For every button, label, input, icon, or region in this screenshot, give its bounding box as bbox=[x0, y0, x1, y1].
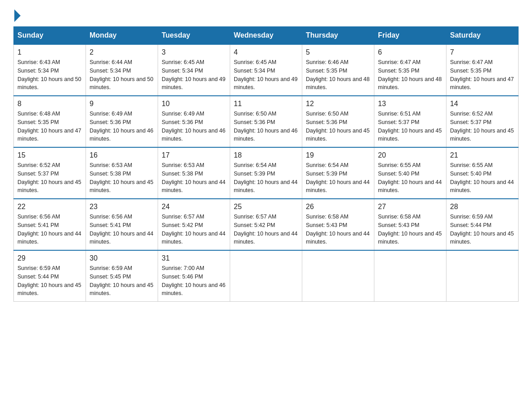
day-number: 21 bbox=[450, 151, 515, 159]
calendar-day-cell bbox=[374, 250, 446, 302]
page-header bbox=[13, 9, 519, 22]
calendar-day-cell: 30 Sunrise: 6:59 AM Sunset: 5:45 PM Dayl… bbox=[86, 250, 158, 302]
calendar-header-row: SundayMondayTuesdayWednesdayThursdayFrid… bbox=[14, 27, 519, 45]
calendar-day-cell: 21 Sunrise: 6:55 AM Sunset: 5:40 PM Dayl… bbox=[446, 147, 519, 199]
col-header-saturday: Saturday bbox=[446, 27, 519, 45]
calendar-day-cell bbox=[302, 250, 374, 302]
day-info: Sunrise: 6:56 AM Sunset: 5:41 PM Dayligh… bbox=[17, 213, 82, 246]
logo bbox=[13, 9, 21, 22]
calendar-day-cell: 1 Sunrise: 6:43 AM Sunset: 5:34 PM Dayli… bbox=[14, 44, 86, 96]
calendar-day-cell: 28 Sunrise: 6:59 AM Sunset: 5:44 PM Dayl… bbox=[446, 199, 519, 250]
day-info: Sunrise: 6:51 AM Sunset: 5:37 PM Dayligh… bbox=[378, 110, 442, 143]
calendar-day-cell: 10 Sunrise: 6:49 AM Sunset: 5:36 PM Dayl… bbox=[158, 96, 230, 147]
day-number: 8 bbox=[17, 100, 82, 108]
calendar-day-cell: 24 Sunrise: 6:57 AM Sunset: 5:42 PM Dayl… bbox=[158, 199, 230, 250]
day-number: 1 bbox=[17, 48, 82, 56]
logo-triangle-icon bbox=[14, 9, 21, 22]
day-info: Sunrise: 6:49 AM Sunset: 5:36 PM Dayligh… bbox=[162, 110, 226, 143]
day-info: Sunrise: 6:50 AM Sunset: 5:36 PM Dayligh… bbox=[234, 110, 298, 143]
day-number: 30 bbox=[90, 254, 154, 262]
day-number: 7 bbox=[450, 48, 515, 56]
calendar-day-cell: 26 Sunrise: 6:58 AM Sunset: 5:43 PM Dayl… bbox=[302, 199, 374, 250]
day-info: Sunrise: 6:43 AM Sunset: 5:34 PM Dayligh… bbox=[17, 58, 82, 92]
calendar-day-cell: 6 Sunrise: 6:47 AM Sunset: 5:35 PM Dayli… bbox=[374, 44, 446, 96]
day-info: Sunrise: 6:58 AM Sunset: 5:43 PM Dayligh… bbox=[306, 213, 370, 246]
day-info: Sunrise: 6:56 AM Sunset: 5:41 PM Dayligh… bbox=[90, 213, 154, 246]
day-info: Sunrise: 6:54 AM Sunset: 5:39 PM Dayligh… bbox=[234, 161, 298, 195]
day-number: 9 bbox=[90, 100, 154, 108]
day-number: 26 bbox=[306, 203, 370, 211]
day-info: Sunrise: 6:49 AM Sunset: 5:36 PM Dayligh… bbox=[90, 110, 154, 143]
day-number: 18 bbox=[234, 151, 298, 159]
col-header-thursday: Thursday bbox=[302, 27, 374, 45]
calendar-day-cell: 23 Sunrise: 6:56 AM Sunset: 5:41 PM Dayl… bbox=[86, 199, 158, 250]
calendar-day-cell: 16 Sunrise: 6:53 AM Sunset: 5:38 PM Dayl… bbox=[86, 147, 158, 199]
day-number: 27 bbox=[378, 203, 442, 211]
day-number: 2 bbox=[90, 48, 154, 56]
col-header-wednesday: Wednesday bbox=[230, 27, 302, 45]
day-number: 25 bbox=[234, 203, 298, 211]
day-info: Sunrise: 6:58 AM Sunset: 5:43 PM Dayligh… bbox=[378, 213, 442, 246]
day-info: Sunrise: 6:53 AM Sunset: 5:38 PM Dayligh… bbox=[162, 161, 226, 195]
day-number: 12 bbox=[306, 100, 370, 108]
day-number: 16 bbox=[90, 151, 154, 159]
calendar-week-row: 22 Sunrise: 6:56 AM Sunset: 5:41 PM Dayl… bbox=[14, 199, 519, 250]
calendar-day-cell: 25 Sunrise: 6:57 AM Sunset: 5:42 PM Dayl… bbox=[230, 199, 302, 250]
calendar-table: SundayMondayTuesdayWednesdayThursdayFrid… bbox=[13, 26, 519, 302]
day-number: 6 bbox=[378, 48, 442, 56]
day-info: Sunrise: 6:44 AM Sunset: 5:34 PM Dayligh… bbox=[90, 58, 154, 92]
calendar-day-cell: 22 Sunrise: 6:56 AM Sunset: 5:41 PM Dayl… bbox=[14, 199, 86, 250]
day-info: Sunrise: 6:53 AM Sunset: 5:38 PM Dayligh… bbox=[90, 161, 154, 195]
day-info: Sunrise: 6:54 AM Sunset: 5:39 PM Dayligh… bbox=[306, 161, 370, 195]
calendar-day-cell: 3 Sunrise: 6:45 AM Sunset: 5:34 PM Dayli… bbox=[158, 44, 230, 96]
day-number: 14 bbox=[450, 100, 515, 108]
day-info: Sunrise: 6:55 AM Sunset: 5:40 PM Dayligh… bbox=[378, 161, 442, 195]
col-header-sunday: Sunday bbox=[14, 27, 86, 45]
calendar-day-cell: 18 Sunrise: 6:54 AM Sunset: 5:39 PM Dayl… bbox=[230, 147, 302, 199]
day-number: 19 bbox=[306, 151, 370, 159]
calendar-day-cell: 27 Sunrise: 6:58 AM Sunset: 5:43 PM Dayl… bbox=[374, 199, 446, 250]
day-number: 3 bbox=[162, 48, 226, 56]
calendar-week-row: 15 Sunrise: 6:52 AM Sunset: 5:37 PM Dayl… bbox=[14, 147, 519, 199]
calendar-day-cell: 7 Sunrise: 6:47 AM Sunset: 5:35 PM Dayli… bbox=[446, 44, 519, 96]
calendar-day-cell: 4 Sunrise: 6:45 AM Sunset: 5:34 PM Dayli… bbox=[230, 44, 302, 96]
calendar-day-cell: 19 Sunrise: 6:54 AM Sunset: 5:39 PM Dayl… bbox=[302, 147, 374, 199]
day-number: 22 bbox=[17, 203, 82, 211]
day-number: 13 bbox=[378, 100, 442, 108]
calendar-day-cell: 29 Sunrise: 6:59 AM Sunset: 5:44 PM Dayl… bbox=[14, 250, 86, 302]
calendar-day-cell: 15 Sunrise: 6:52 AM Sunset: 5:37 PM Dayl… bbox=[14, 147, 86, 199]
day-number: 28 bbox=[450, 203, 515, 211]
day-info: Sunrise: 6:47 AM Sunset: 5:35 PM Dayligh… bbox=[378, 58, 442, 92]
day-info: Sunrise: 6:45 AM Sunset: 5:34 PM Dayligh… bbox=[162, 58, 226, 92]
calendar-week-row: 29 Sunrise: 6:59 AM Sunset: 5:44 PM Dayl… bbox=[14, 250, 519, 302]
day-number: 29 bbox=[17, 254, 82, 262]
day-number: 31 bbox=[162, 254, 226, 262]
calendar-day-cell bbox=[230, 250, 302, 302]
day-info: Sunrise: 6:59 AM Sunset: 5:44 PM Dayligh… bbox=[450, 213, 515, 246]
day-info: Sunrise: 6:59 AM Sunset: 5:44 PM Dayligh… bbox=[17, 264, 82, 298]
calendar-day-cell: 31 Sunrise: 7:00 AM Sunset: 5:46 PM Dayl… bbox=[158, 250, 230, 302]
col-header-monday: Monday bbox=[86, 27, 158, 45]
day-number: 15 bbox=[17, 151, 82, 159]
day-info: Sunrise: 6:57 AM Sunset: 5:42 PM Dayligh… bbox=[162, 213, 226, 246]
calendar-day-cell: 14 Sunrise: 6:52 AM Sunset: 5:37 PM Dayl… bbox=[446, 96, 519, 147]
calendar-day-cell: 5 Sunrise: 6:46 AM Sunset: 5:35 PM Dayli… bbox=[302, 44, 374, 96]
calendar-day-cell: 8 Sunrise: 6:48 AM Sunset: 5:35 PM Dayli… bbox=[14, 96, 86, 147]
day-number: 4 bbox=[234, 48, 298, 56]
day-info: Sunrise: 6:48 AM Sunset: 5:35 PM Dayligh… bbox=[17, 110, 82, 143]
day-info: Sunrise: 6:57 AM Sunset: 5:42 PM Dayligh… bbox=[234, 213, 298, 246]
day-number: 11 bbox=[234, 100, 298, 108]
calendar-week-row: 1 Sunrise: 6:43 AM Sunset: 5:34 PM Dayli… bbox=[14, 44, 519, 96]
day-info: Sunrise: 6:46 AM Sunset: 5:35 PM Dayligh… bbox=[306, 58, 370, 92]
day-number: 23 bbox=[90, 203, 154, 211]
calendar-day-cell: 9 Sunrise: 6:49 AM Sunset: 5:36 PM Dayli… bbox=[86, 96, 158, 147]
calendar-day-cell: 2 Sunrise: 6:44 AM Sunset: 5:34 PM Dayli… bbox=[86, 44, 158, 96]
col-header-friday: Friday bbox=[374, 27, 446, 45]
calendar-day-cell: 20 Sunrise: 6:55 AM Sunset: 5:40 PM Dayl… bbox=[374, 147, 446, 199]
day-info: Sunrise: 6:52 AM Sunset: 5:37 PM Dayligh… bbox=[450, 110, 515, 143]
day-info: Sunrise: 6:50 AM Sunset: 5:36 PM Dayligh… bbox=[306, 110, 370, 143]
day-number: 10 bbox=[162, 100, 226, 108]
day-info: Sunrise: 6:45 AM Sunset: 5:34 PM Dayligh… bbox=[234, 58, 298, 92]
calendar-day-cell: 11 Sunrise: 6:50 AM Sunset: 5:36 PM Dayl… bbox=[230, 96, 302, 147]
day-info: Sunrise: 6:59 AM Sunset: 5:45 PM Dayligh… bbox=[90, 264, 154, 298]
